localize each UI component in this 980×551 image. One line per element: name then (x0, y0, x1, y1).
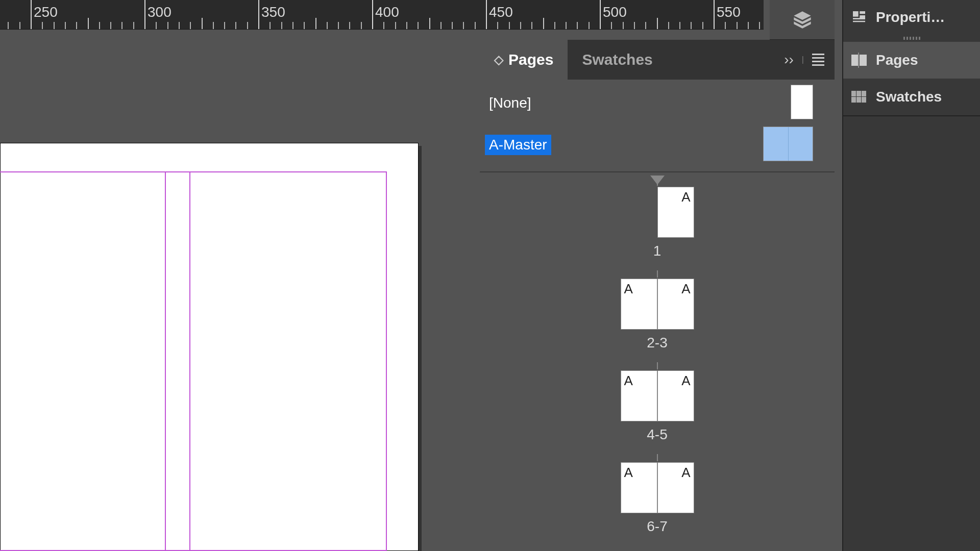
spine-tick (657, 270, 658, 278)
ruler-minor-tick (133, 22, 134, 29)
svg-rect-4 (856, 97, 861, 103)
canvas-area[interactable] (0, 30, 480, 551)
master-badge: A (681, 465, 690, 481)
svg-rect-0 (851, 91, 856, 96)
dock-grip[interactable] (843, 35, 980, 42)
spine-tick (657, 454, 658, 461)
ruler-minor-tick (8, 22, 9, 29)
page-margins (0, 171, 387, 551)
page-thumbnail[interactable]: A (657, 279, 694, 330)
tab-pages-label: Pages (508, 51, 553, 68)
ruler-mid-tick (315, 18, 316, 29)
pages-panel: ◇ Pages Swatches ›› | [None] A-Master A1… (480, 40, 835, 551)
master-none-label: [None] (485, 93, 535, 113)
svg-rect-2 (862, 91, 866, 96)
ruler-minor-tick (691, 22, 692, 29)
ruler-minor-tick (611, 22, 612, 29)
dock-pages[interactable]: Pages (843, 42, 980, 79)
ruler-minor-tick (623, 22, 624, 29)
page-thumbnail[interactable]: A (621, 279, 657, 330)
panel-menu-icon[interactable] (812, 52, 824, 68)
ruler-minor-tick (190, 22, 191, 29)
ruler-mid-tick (543, 18, 544, 29)
master-badge: A (624, 465, 633, 481)
master-a-label: A-Master (485, 135, 551, 155)
ruler-minor-tick (270, 22, 271, 29)
ruler-minor-tick (463, 22, 464, 29)
ruler-minor-tick (42, 22, 43, 29)
tab-swatches-label: Swatches (582, 51, 652, 68)
ruler-mid-tick (429, 18, 430, 29)
page-thumbnail[interactable]: A (657, 370, 694, 421)
ruler-minor-tick (361, 22, 362, 29)
tab-swatches[interactable]: Swatches (568, 40, 667, 80)
right-dock-panel: Properti… Pages Swatches (842, 0, 980, 551)
master-none-thumb[interactable] (791, 85, 813, 119)
master-badge: A (681, 281, 690, 297)
drag-handle-icon: ◇ (494, 53, 503, 67)
spine-tick (657, 362, 658, 369)
page-thumbnail[interactable]: A (621, 370, 657, 421)
ruler-minor-tick (406, 22, 407, 29)
ruler-minor-tick (554, 22, 555, 29)
svg-rect-1 (856, 91, 861, 96)
master-badge: A (624, 281, 633, 297)
master-a-thumb[interactable] (763, 127, 813, 161)
page-thumbnail[interactable]: A (657, 462, 694, 513)
dock-separator (843, 115, 980, 116)
ruler-minor-tick (497, 22, 498, 29)
ruler-minor-tick (281, 22, 282, 29)
collapse-panel-icon[interactable]: ›› (784, 52, 794, 68)
dock-pages-label: Pages (876, 52, 918, 68)
ruler-minor-tick (759, 22, 760, 29)
ruler-minor-tick (531, 22, 532, 29)
spread-label: 4-5 (480, 427, 835, 443)
panel-tab-bar: ◇ Pages Swatches ›› | (480, 40, 835, 80)
ruler-minor-tick (577, 22, 578, 29)
ruler-minor-tick (338, 22, 339, 29)
ruler-minor-tick (54, 22, 55, 29)
ruler-minor-tick (566, 22, 567, 29)
ruler-minor-tick (213, 22, 214, 29)
page-spread[interactable]: AA4-5 (480, 370, 835, 443)
properties-icon (850, 10, 868, 25)
page-spread[interactable]: AA2-3 (480, 279, 835, 351)
ruler-minor-tick (76, 22, 77, 29)
ruler-mid-tick (202, 18, 203, 29)
page-spread[interactable]: A1 (480, 187, 835, 259)
ruler-minor-tick (679, 22, 680, 29)
ruler-minor-tick (725, 22, 726, 29)
spine-tick (657, 179, 658, 186)
app-root: 250300350400450500550 ◇ Pages Swatches ›… (0, 0, 980, 551)
dock-swatches[interactable]: Swatches (843, 79, 980, 115)
master-badge: A (681, 189, 690, 205)
layers-tab-strip[interactable] (770, 0, 835, 40)
page-thumbnail[interactable]: A (621, 462, 657, 513)
horizontal-ruler: 250300350400450500550 (0, 0, 764, 30)
swatches-icon (850, 89, 868, 105)
spread-label: 1 (480, 243, 835, 259)
tab-pages[interactable]: ◇ Pages (480, 40, 568, 80)
ruler-minor-tick (645, 22, 646, 29)
dock-properties[interactable]: Properti… (843, 0, 980, 35)
ruler-mid-tick (657, 18, 658, 29)
page-thumbnail[interactable]: A (657, 187, 694, 238)
ruler-minor-tick (702, 22, 703, 29)
page-spread[interactable]: AA6-7 (480, 462, 835, 535)
master-badge: A (681, 373, 690, 389)
ruler-minor-tick (668, 22, 669, 29)
spread-label: 2-3 (480, 335, 835, 351)
control-divider: | (802, 55, 804, 64)
ruler-minor-tick (475, 22, 476, 29)
ruler-minor-tick (121, 22, 122, 29)
master-none-row[interactable]: [None] (480, 85, 835, 121)
master-badge: A (624, 373, 633, 389)
ruler-minor-tick (292, 22, 293, 29)
ruler-minor-tick (440, 22, 442, 29)
ruler-minor-tick (418, 22, 419, 29)
ruler-minor-tick (452, 22, 453, 29)
ruler-minor-tick (65, 22, 66, 29)
ruler-minor-tick (247, 22, 248, 29)
ruler-minor-tick (224, 22, 225, 29)
page-spine-margins (165, 172, 190, 550)
